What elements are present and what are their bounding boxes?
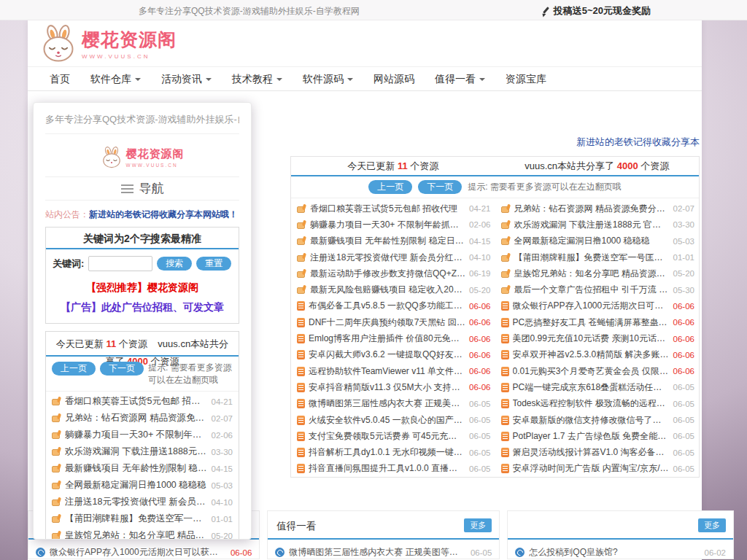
item-title: 最新运动助手修改步数支持微信QQ+ZFB步: [310, 268, 465, 280]
list-item[interactable]: 箫启灵活动线报计算器V1.0 淘客必备的一款软06-05: [501, 444, 695, 460]
list-item[interactable]: 安卓最新版的微信支持修改微信号了！ IOS版06-05: [501, 412, 695, 428]
list-item[interactable]: 火绒安全软件v5.0.45 一款良心的国产安全软件06-05: [297, 412, 491, 428]
thumb-up-icon: [501, 253, 511, 262]
list-item[interactable]: 抖音解析工具dy1.0.1 无水印视频一键解析软件06-05: [297, 444, 491, 460]
list-item[interactable]: Todesk远程控制软件 极致流畅的远程协助工具06-05: [501, 396, 695, 412]
list-item[interactable]: 最新赚钱项目 无年龄性别限制 稳定日撸300+04-15: [297, 233, 491, 249]
doc-icon: [297, 334, 305, 343]
thumb-up-icon: [501, 269, 511, 279]
list-item[interactable]: 抖音直播间氛围提升工具v1.0.0 直播间自动发06-05: [297, 461, 491, 477]
nav-item-7[interactable]: 资源宝库: [495, 67, 557, 91]
list-item[interactable]: 躺赚暴力项目一天30+ 不限制年龄抓紧上02-06: [52, 427, 233, 443]
search-button[interactable]: 搜索: [157, 257, 192, 271]
site-url: WWW.VUUS.CN: [126, 163, 185, 168]
list-item[interactable]: 安卓闪截大师v3.6.2 一键提取QQ好友发的闪照06-06: [297, 347, 491, 363]
resource-stats-bar: 今天已更新 11 个资源 vuus.cn本站共分享了 4000 个资源: [291, 157, 699, 176]
search-form: 关键词: 搜索 重置: [46, 249, 239, 274]
site-header: 樱花资源阁 WWW.VUUS.CN: [28, 20, 702, 67]
list-item[interactable]: 【莆田潮牌鞋服】免费送空军一号匡威01-01: [52, 510, 233, 527]
list-item[interactable]: 兄弟站：钻石资源网 精品资源免费分享基02-07: [52, 410, 233, 427]
list-item[interactable]: 欢乐游戏漏洞 下载注册送1888元 官方合作03-30: [501, 217, 695, 233]
list-item[interactable]: 远程协助软件TeamViewer v11 单文件版 方便06-06: [297, 363, 491, 379]
next-page-button[interactable]: 下一页: [418, 180, 462, 194]
list-item[interactable]: 最后一个文章广告位招租中 引千万流 聚八方05-30: [501, 281, 695, 298]
resource-list-left: 香烟口粮芙蓉王试货5元包邮 招收代理04-21躺赚暴力项目一天30+ 不限制年龄…: [291, 198, 495, 477]
item-title: PC恶搞整好友工具 苍蝇铺满屏幕整蛊专家 效: [513, 316, 670, 329]
doc-icon: [501, 301, 509, 311]
list-item[interactable]: 安卓浮动时间无广告版 内置淘宝/京东/苏宁/招06-05: [501, 461, 695, 477]
nav-item-0[interactable]: 首页: [39, 67, 80, 91]
list-item[interactable]: PC端一键完成京东618叠蛋糕活动任务工具06-05: [501, 379, 695, 395]
announcement-marquee: 新进站的老铁记得收藏分享本: [576, 136, 700, 149]
item-date: 06-06: [469, 335, 490, 343]
list-item[interactable]: 微众银行APP存入1000元活期次日可以获得无06-06: [501, 298, 695, 314]
list-item[interactable]: 支付宝免费领取5元话费券 可45元充值三网5006-05: [297, 428, 491, 444]
nav-item-3[interactable]: 技术教程: [222, 67, 293, 91]
keyword-input[interactable]: [88, 256, 152, 271]
list-item[interactable]: 兄弟站：钻石资源网 精品资源免费分享基地02-07: [501, 201, 695, 217]
overlay-site-logo[interactable]: 樱花资源阁 WWW.VUUS.CN: [34, 143, 251, 172]
item-date: 06-06: [469, 383, 490, 392]
main-nav: 首页软件仓库活动资讯技术教程软件源码网站源码值得一看资源宝库: [28, 67, 702, 91]
list-item[interactable]: 安卓抖音精简版v11.3 仅5M大小 支持账号登录06-06: [297, 379, 491, 395]
overlay-nav-toggle[interactable]: 导航: [34, 177, 251, 200]
list-item[interactable]: 最新赚钱项目 无年龄性别限制 稳定日撸04-15: [52, 460, 233, 477]
list-item[interactable]: 最新运动助手修改步数支持微信QQ+ZFB步06-19: [297, 265, 491, 281]
list-item[interactable]: 0.01元购买3个月爱奇艺黄金会员 仅限京东白06-06: [501, 363, 695, 379]
list-item[interactable]: 微博晒图第三届性感内衣大赛 正规美图等你欣06-05: [297, 396, 491, 412]
doc-icon: [297, 367, 305, 376]
list-item[interactable]: 怎么投稿到QQ皇族馆? 06-02: [508, 540, 733, 559]
next-page-button[interactable]: 下一页: [100, 362, 144, 376]
list-item[interactable]: 全网最新稳定漏洞日撸1000 稳稳稳05-03: [501, 233, 695, 249]
list-item[interactable]: 皇族馆兄弟站：知名分享吧 精品资源分享05-20: [52, 527, 233, 540]
list-item[interactable]: PotPlayer 1.7 去广告绿色版 免费全能影音播06-05: [501, 428, 695, 444]
list-item[interactable]: 微博晒图第三届性感内衣大赛 正规美图等你欣赏 06-05: [268, 540, 499, 559]
resource-panel: 今天已更新 11 个资源 vuus.cn本站共分享了 4000 个资源 上一页 …: [290, 156, 700, 478]
site-name: 樱花资源阁: [126, 147, 185, 161]
list-item[interactable]: 躺赚暴力项目一天30+ 不限制年龄抓紧上车02-06: [297, 217, 491, 233]
list-item[interactable]: PC恶搞整好友工具 苍蝇铺满屏幕整蛊专家 效06-06: [501, 314, 695, 330]
ad-slot-line[interactable]: 【广告】此处广告位招租、可发文章: [46, 301, 239, 314]
list-item[interactable]: 微众银行APP存入1000元活期次日可以获得无门 06-06: [28, 540, 259, 559]
list-item[interactable]: 香烟口粮芙蓉王试货5元包邮 招收代理04-21: [52, 393, 233, 410]
nav-item-1[interactable]: 软件仓库: [80, 67, 151, 91]
nav-item-2[interactable]: 活动资讯: [151, 67, 222, 91]
nav-item-4[interactable]: 软件源码: [293, 67, 363, 91]
prev-page-button[interactable]: 上一页: [368, 180, 412, 194]
list-item[interactable]: 布偶必备工具v5.8.5 一款QQ多功能工具软件06-06: [297, 298, 491, 314]
bottom-box-3-more-button[interactable]: 更多: [698, 518, 726, 532]
item-title: 香烟口粮芙蓉王试货5元包邮 招收代理: [310, 203, 465, 215]
thumb-up-icon: [297, 220, 306, 230]
item-title: 微博晒图第三届性感内衣大赛 正规美图等你欣: [309, 397, 465, 410]
submit-reward-link[interactable]: 投稿送5~20元现金奖励: [541, 4, 651, 18]
item-date: 06-06: [673, 367, 694, 376]
list-item[interactable]: 全网最新稳定漏洞日撸1000 稳稳稳05-03: [52, 477, 233, 494]
list-item[interactable]: 注册送18元零投资做代理 新会员分红存04-10: [52, 494, 233, 510]
pencil-icon: [541, 7, 551, 16]
list-item[interactable]: 皇族馆兄弟站：知名分享吧 精品资源分享基地05-20: [501, 265, 695, 281]
item-title: 抖音直播间氛围提升工具v1.0.0 直播间自动发: [309, 462, 465, 475]
site-logo[interactable]: 樱花资源阁 WWW.VUUS.CN: [39, 25, 177, 63]
nav-item-5[interactable]: 网站源码: [363, 67, 425, 91]
recommend-ad-line[interactable]: 【强烈推荐】樱花资源阁: [46, 281, 239, 295]
item-title: 皇族馆兄弟站：知名分享吧 精品资源分享基地: [514, 268, 670, 280]
thumb-up-icon: [501, 236, 511, 246]
list-item[interactable]: Emlog博客用户注册插件 价值80元免费分享06-06: [297, 330, 491, 346]
list-item[interactable]: 香烟口粮芙蓉王试货5元包邮 招收代理04-21: [297, 201, 491, 217]
item-date: 06-06: [469, 351, 490, 359]
doc-icon: [297, 432, 305, 441]
prev-page-button[interactable]: 上一页: [52, 362, 96, 376]
bottom-box-2-more-button[interactable]: 更多: [464, 518, 492, 532]
doc-icon: [501, 350, 509, 359]
nav-item-6[interactable]: 值得一看: [425, 67, 495, 91]
item-title: PC端一键完成京东618叠蛋糕活动任务工具: [513, 381, 670, 394]
list-item[interactable]: 注册送18元零投资做代理 新会员分红存100004-10: [297, 249, 491, 265]
item-date: 05-20: [469, 286, 490, 295]
list-item[interactable]: 欢乐游戏漏洞 下载注册送1888元 官方合03-30: [52, 443, 233, 460]
list-item[interactable]: 美团0.99元充值10元话费 亲测10元话费秒到06-06: [501, 330, 695, 346]
list-item[interactable]: DNF十二周年庆典预约领取7天黑钻 回归用户06-06: [297, 314, 491, 330]
list-item[interactable]: 安卓双开神器v2.5.3.0精简版 解决多账号切换06-06: [501, 347, 695, 363]
list-item[interactable]: 【莆田潮牌鞋服】免费送空军一号匡威1970s01-01: [501, 249, 695, 265]
reset-button[interactable]: 重置: [196, 257, 231, 271]
list-item[interactable]: 最新无风险包赔赚钱项目 稳定收入200-500元05-20: [297, 281, 491, 298]
